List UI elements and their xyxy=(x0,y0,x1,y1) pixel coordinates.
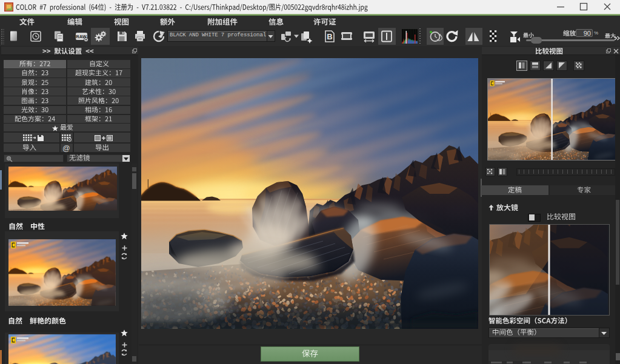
svg-text:B: B xyxy=(327,32,332,41)
